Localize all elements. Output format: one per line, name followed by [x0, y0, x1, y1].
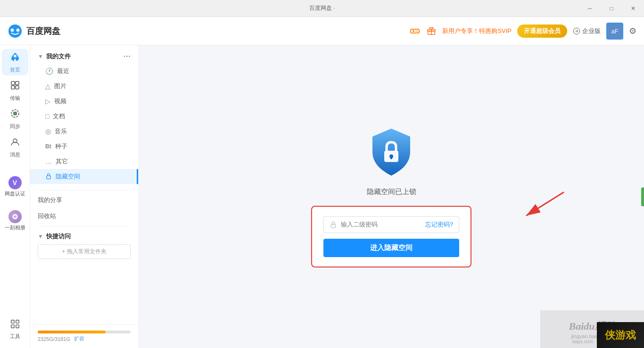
nav-item-cert[interactable]: V 网盘认证 — [2, 173, 28, 200]
transfer-icon — [9, 80, 21, 94]
storage-text: 2325G/3181G 扩容 — [38, 335, 131, 342]
storage-used: 2325G/3181G — [38, 336, 70, 342]
lock-container: 隐藏空间已上锁 忘记密码? 进入隐藏空间 — [311, 126, 471, 267]
nav-item-album[interactable]: 一刻相册 — [2, 207, 28, 234]
storage-bar-bg — [38, 331, 131, 333]
sidebar-item-other[interactable]: … 其它 — [30, 154, 138, 169]
gift-icon-btn[interactable] — [426, 26, 437, 36]
nav-item-home[interactable]: 首页 — [2, 49, 28, 75]
home-icon — [9, 51, 21, 65]
sidebar-item-photos[interactable]: △ 图片 — [30, 79, 138, 94]
svg-point-2 — [17, 28, 20, 32]
main-layout: 首页 传输 同步 — [0, 45, 644, 348]
header-right: 新用户专享！特惠购SVIP 开通超级会员 企业版 aF ⚙ — [409, 23, 636, 40]
close-button[interactable]: ✕ — [622, 0, 644, 17]
avatar-button[interactable]: aF — [606, 23, 623, 40]
my-files-section: ▼ 我的文件 ⋯ 🕐 最近 △ 图片 ▷ 视频 □ 文档 ◎ 音 — [30, 45, 138, 188]
sidebar-item-music[interactable]: ◎ 音乐 — [30, 124, 138, 139]
password-input-row: 忘记密码? — [323, 216, 459, 233]
hidden-icon — [45, 173, 52, 181]
tools-icon — [10, 319, 20, 332]
maximize-button[interactable]: □ — [601, 0, 622, 17]
titlebar: 百度网盘 · ─ □ ✕ — [0, 0, 644, 17]
enter-hidden-space-button[interactable]: 进入隐藏空间 — [323, 239, 459, 257]
svg-point-0 — [8, 24, 22, 38]
nav-label-transfer: 传输 — [10, 95, 20, 102]
forget-password-link[interactable]: 忘记密码? — [425, 220, 453, 229]
recent-label: 最近 — [57, 67, 69, 75]
minimize-button[interactable]: ─ — [579, 0, 601, 17]
new-user-promo[interactable]: 新用户专享！特惠购SVIP — [442, 27, 512, 35]
sidebar-item-videos[interactable]: ▷ 视频 — [30, 94, 138, 109]
more-icon[interactable]: ⋯ — [123, 52, 131, 61]
lock-small-icon — [330, 221, 337, 228]
collapse-arrow: ▼ — [38, 53, 43, 60]
docs-icon: □ — [45, 113, 49, 120]
svg-rect-27 — [47, 176, 50, 178]
svg-rect-31 — [331, 224, 335, 227]
my-files-header[interactable]: ▼ 我的文件 ⋯ — [30, 49, 138, 64]
left-nav: 首页 传输 同步 — [0, 45, 30, 348]
quick-access-label: 快捷访问 — [46, 232, 71, 241]
videos-icon: ▷ — [45, 97, 50, 105]
sidebar-item-recent[interactable]: 🕐 最近 — [30, 64, 138, 79]
nav-label-album: 一刻相册 — [5, 224, 25, 231]
other-label: 其它 — [56, 157, 68, 166]
app-title: 百度网盘 — [26, 25, 60, 37]
sidebar-item-recycle[interactable]: 回收站 — [30, 208, 138, 224]
nav-item-sync[interactable]: 同步 — [2, 105, 28, 132]
cert-icon: V — [8, 176, 22, 189]
my-files-label: 我的文件 — [46, 52, 71, 61]
svg-point-1 — [11, 28, 14, 32]
videos-label: 视频 — [54, 97, 66, 105]
side-indicator — [641, 187, 644, 206]
arrow-annotation — [512, 187, 569, 227]
svg-rect-16 — [11, 86, 15, 89]
vip-button[interactable]: 开通超级会员 — [517, 24, 567, 38]
expand-button[interactable]: 扩容 — [74, 335, 84, 342]
password-input[interactable] — [341, 221, 421, 228]
nav-label-message: 消息 — [10, 151, 20, 158]
sidebar-item-hidden[interactable]: 隐藏空间 — [30, 169, 138, 184]
svg-point-6 — [416, 31, 417, 32]
quick-access-header[interactable]: ▼ 快捷访问 — [38, 232, 131, 241]
game-watermark: 侠游戏 — [597, 322, 644, 348]
storage-bar-fill — [38, 331, 106, 333]
recycle-label: 回收站 — [38, 212, 56, 220]
sidebar-item-my-share[interactable]: 我的分享 — [30, 192, 138, 208]
titlebar-controls: ─ □ ✕ — [579, 0, 644, 17]
nav-item-message[interactable]: 消息 — [2, 134, 28, 160]
sidebar: ▼ 我的文件 ⋯ 🕐 最近 △ 图片 ▷ 视频 □ 文档 ◎ 音 — [30, 45, 139, 348]
nav-label-sync: 同步 — [10, 123, 20, 130]
game-icon-btn[interactable] — [409, 25, 421, 37]
photos-icon: △ — [45, 82, 50, 90]
game-watermark-text: 侠游戏 — [605, 328, 636, 342]
hidden-label: 隐藏空间 — [56, 172, 80, 181]
svg-rect-3 — [411, 29, 419, 33]
nav-item-transfer[interactable]: 传输 — [2, 77, 28, 104]
shield-lock-icon — [368, 126, 415, 178]
nav-item-tools[interactable]: 工具 — [2, 316, 28, 342]
svg-rect-25 — [11, 324, 14, 327]
svg-rect-24 — [16, 320, 18, 323]
logo-icon — [8, 24, 23, 39]
sidebar-item-docs[interactable]: □ 文档 — [30, 109, 138, 124]
sidebar-item-bt[interactable]: Bt 种子 — [30, 139, 138, 154]
music-icon: ◎ — [45, 128, 51, 135]
xiayx-watermark: xiayx.com — [572, 339, 593, 344]
lock-box: 忘记密码? 进入隐藏空间 — [311, 206, 471, 267]
separator-2 — [38, 226, 131, 227]
other-icon: … — [45, 158, 52, 165]
svg-rect-30 — [390, 156, 392, 159]
enterprise-button[interactable]: 企业版 — [573, 27, 601, 35]
storage-area: 2325G/3181G 扩容 — [30, 324, 138, 348]
logo-area: 百度网盘 — [8, 24, 60, 39]
docs-label: 文档 — [53, 112, 65, 121]
lock-title: 隐藏空间已上锁 — [367, 187, 416, 196]
settings-button[interactable]: ⚙ — [629, 26, 636, 36]
svg-rect-26 — [16, 324, 18, 327]
titlebar-title: 百度网盘 · — [309, 4, 335, 12]
bt-icon: Bt — [45, 143, 51, 150]
main-content: 隐藏空间已上锁 忘记密码? 进入隐藏空间 — [139, 45, 644, 348]
add-folder-button[interactable]: + 拖入常用文件夹 — [38, 244, 131, 259]
